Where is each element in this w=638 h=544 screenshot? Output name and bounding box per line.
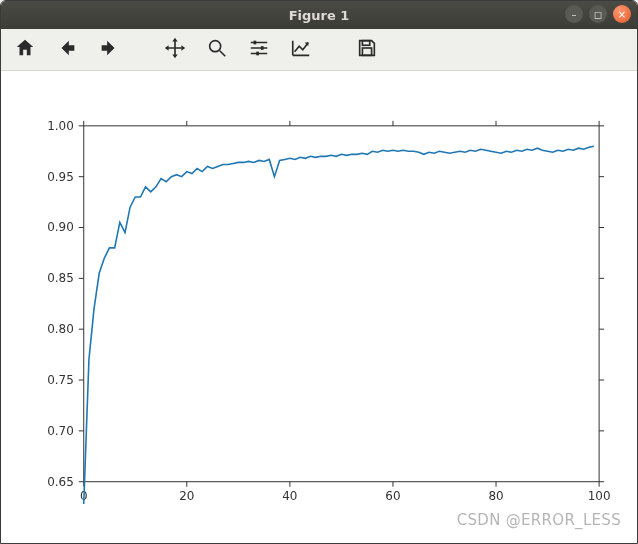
svg-text:20: 20 <box>179 489 194 503</box>
svg-text:0.80: 0.80 <box>47 322 74 336</box>
svg-text:1.00: 1.00 <box>47 119 74 133</box>
svg-text:0.65: 0.65 <box>47 475 74 489</box>
svg-rect-2 <box>261 46 264 50</box>
home-button[interactable] <box>11 36 39 64</box>
svg-text:0.75: 0.75 <box>47 373 74 387</box>
toolbar <box>1 29 637 71</box>
save-icon <box>356 37 378 63</box>
svg-text:80: 80 <box>488 489 503 503</box>
svg-text:0.95: 0.95 <box>47 170 74 184</box>
svg-text:0.85: 0.85 <box>47 271 74 285</box>
back-button[interactable] <box>53 36 81 64</box>
svg-text:0.70: 0.70 <box>47 424 74 438</box>
canvas-area: 0.650.700.750.800.850.900.951.00 0204060… <box>1 71 637 543</box>
move-icon <box>164 37 186 63</box>
svg-text:60: 60 <box>385 489 400 503</box>
svg-rect-5 <box>362 48 371 55</box>
svg-rect-3 <box>256 51 259 55</box>
svg-text:100: 100 <box>588 489 611 503</box>
close-button[interactable]: × <box>613 5 631 23</box>
x-ticks: 020406080100 <box>80 121 611 503</box>
arrow-right-icon <box>98 37 120 63</box>
plot: 0.650.700.750.800.850.900.951.00 0204060… <box>1 71 637 543</box>
pan-button[interactable] <box>161 36 189 64</box>
window-controls: – ◻ × <box>565 5 631 23</box>
home-icon <box>14 37 36 63</box>
svg-text:40: 40 <box>282 489 297 503</box>
data-line <box>84 146 594 504</box>
arrow-left-icon <box>56 37 78 63</box>
svg-point-0 <box>210 40 221 51</box>
svg-rect-1 <box>254 40 257 44</box>
zoom-button[interactable] <box>203 36 231 64</box>
sliders-icon <box>248 37 270 63</box>
minimize-button[interactable]: – <box>565 5 583 23</box>
y-ticks: 0.650.700.750.800.850.900.951.00 <box>47 119 604 489</box>
forward-button[interactable] <box>95 36 123 64</box>
window-title: Figure 1 <box>1 8 637 23</box>
chart-line-icon <box>290 37 312 63</box>
svg-rect-4 <box>362 40 369 45</box>
titlebar: Figure 1 – ◻ × <box>1 1 637 29</box>
search-icon <box>206 37 228 63</box>
save-button[interactable] <box>353 36 381 64</box>
edit-button[interactable] <box>287 36 315 64</box>
figure-window: Figure 1 – ◻ × <box>0 0 638 544</box>
svg-text:0.90: 0.90 <box>47 220 74 234</box>
maximize-button[interactable]: ◻ <box>589 5 607 23</box>
configure-button[interactable] <box>245 36 273 64</box>
